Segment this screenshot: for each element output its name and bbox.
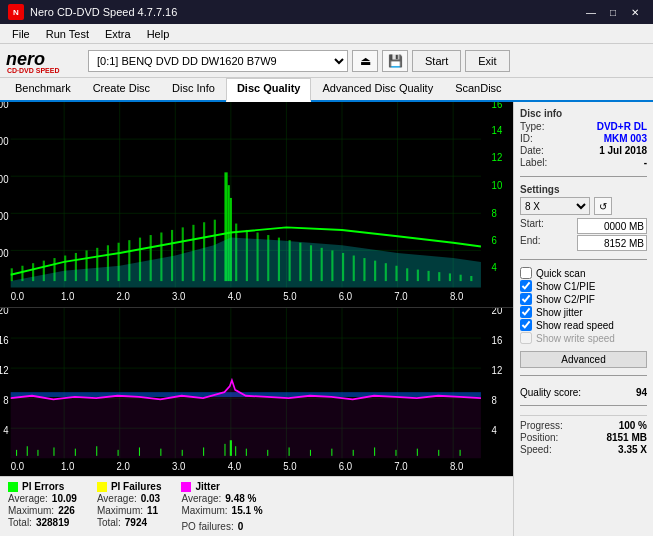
pi-errors-label: PI Errors bbox=[22, 481, 64, 492]
svg-text:1.0: 1.0 bbox=[61, 289, 74, 302]
refresh-button[interactable]: ↺ bbox=[594, 197, 612, 215]
svg-text:8: 8 bbox=[492, 394, 498, 406]
svg-text:2.0: 2.0 bbox=[116, 289, 129, 302]
pi-failures-avg-value: 0.03 bbox=[141, 493, 160, 504]
svg-text:nero: nero bbox=[6, 49, 45, 69]
quality-label: Quality score: bbox=[520, 387, 581, 398]
svg-text:12: 12 bbox=[492, 364, 503, 376]
svg-text:300: 300 bbox=[0, 172, 9, 185]
menu-file[interactable]: File bbox=[4, 26, 38, 42]
svg-text:14: 14 bbox=[492, 123, 503, 136]
quick-scan-checkbox[interactable] bbox=[520, 267, 532, 279]
save-button[interactable]: 💾 bbox=[382, 50, 408, 72]
top-chart: 500 400 300 200 100 16 14 12 10 8 6 4 bbox=[0, 102, 513, 308]
svg-text:7.0: 7.0 bbox=[394, 460, 408, 472]
disc-info-label: Disc info bbox=[520, 108, 647, 119]
jitter-avg-value: 9.48 % bbox=[225, 493, 256, 504]
type-value: DVD+R DL bbox=[597, 121, 647, 132]
id-value: MKM 003 bbox=[604, 133, 647, 144]
tab-benchmark[interactable]: Benchmark bbox=[4, 78, 82, 102]
svg-text:4.0: 4.0 bbox=[228, 460, 242, 472]
svg-text:4: 4 bbox=[492, 260, 497, 273]
pi-errors-max-label: Maximum: bbox=[8, 505, 54, 516]
show-c2-pif-label: Show C2/PIF bbox=[536, 294, 595, 305]
svg-text:12: 12 bbox=[492, 150, 503, 163]
svg-text:2.0: 2.0 bbox=[116, 460, 130, 472]
date-value: 1 Jul 2018 bbox=[599, 145, 647, 156]
pi-errors-total-value: 328819 bbox=[36, 517, 69, 528]
tab-advanced-disc-quality[interactable]: Advanced Disc Quality bbox=[311, 78, 444, 102]
po-failures-label: PO failures: bbox=[181, 521, 233, 532]
show-jitter-label: Show jitter bbox=[536, 307, 583, 318]
speed-select[interactable]: 8 X bbox=[520, 197, 590, 215]
pi-failures-color bbox=[97, 482, 107, 492]
advanced-button[interactable]: Advanced bbox=[520, 351, 647, 368]
start-field[interactable] bbox=[577, 218, 647, 234]
progress-label: Progress: bbox=[520, 420, 563, 431]
end-field[interactable] bbox=[577, 235, 647, 251]
svg-text:12: 12 bbox=[0, 364, 9, 376]
tab-disc-info[interactable]: Disc Info bbox=[161, 78, 226, 102]
menu-extra[interactable]: Extra bbox=[97, 26, 139, 42]
pi-errors-total-label: Total: bbox=[8, 517, 32, 528]
svg-text:1.0: 1.0 bbox=[61, 460, 75, 472]
tab-disc-quality[interactable]: Disc Quality bbox=[226, 78, 312, 102]
jitter-color bbox=[181, 482, 191, 492]
show-jitter-checkbox[interactable] bbox=[520, 306, 532, 318]
svg-text:8: 8 bbox=[3, 394, 9, 406]
svg-text:6: 6 bbox=[492, 233, 497, 246]
drive-select[interactable]: [0:1] BENQ DVD DD DW1620 B7W9 bbox=[88, 50, 348, 72]
svg-text:400: 400 bbox=[0, 135, 9, 148]
tab-scan-disc[interactable]: ScanDisc bbox=[444, 78, 512, 102]
menu-help[interactable]: Help bbox=[139, 26, 178, 42]
pi-failures-label: PI Failures bbox=[111, 481, 162, 492]
pi-failures-max-label: Maximum: bbox=[97, 505, 143, 516]
svg-text:3.0: 3.0 bbox=[172, 460, 186, 472]
menu-bar: File Run Test Extra Help bbox=[0, 24, 653, 44]
start-button[interactable]: Start bbox=[412, 50, 461, 72]
divider-1 bbox=[520, 176, 647, 177]
maximize-button[interactable]: □ bbox=[603, 5, 623, 19]
progress-section: Progress: 100 % Position: 8151 MB Speed:… bbox=[520, 415, 647, 456]
checkboxes-section: Quick scan Show C1/PIE Show C2/PIF Show … bbox=[520, 267, 647, 345]
svg-text:200: 200 bbox=[0, 209, 9, 222]
position-value: 8151 MB bbox=[606, 432, 647, 443]
id-label: ID: bbox=[520, 133, 533, 144]
show-c1-pie-checkbox[interactable] bbox=[520, 280, 532, 292]
pi-failures-stats: PI Failures Average: 0.03 Maximum: 11 To… bbox=[97, 481, 162, 532]
svg-text:16: 16 bbox=[0, 334, 9, 346]
tab-create-disc[interactable]: Create Disc bbox=[82, 78, 161, 102]
svg-text:0.0: 0.0 bbox=[11, 289, 24, 302]
divider-3 bbox=[520, 375, 647, 376]
pi-errors-avg-value: 10.09 bbox=[52, 493, 77, 504]
show-c2-pif-checkbox[interactable] bbox=[520, 293, 532, 305]
jitter-label: Jitter bbox=[195, 481, 219, 492]
svg-text:20: 20 bbox=[492, 308, 503, 316]
divider-2 bbox=[520, 259, 647, 260]
menu-run-test[interactable]: Run Test bbox=[38, 26, 97, 42]
show-write-speed-checkbox[interactable] bbox=[520, 332, 532, 344]
divider-4 bbox=[520, 405, 647, 406]
svg-text:16: 16 bbox=[492, 102, 503, 111]
svg-text:10: 10 bbox=[492, 178, 503, 191]
jitter-max-label: Maximum: bbox=[181, 505, 227, 516]
exit-button[interactable]: Exit bbox=[465, 50, 509, 72]
show-read-speed-checkbox[interactable] bbox=[520, 319, 532, 331]
svg-text:100: 100 bbox=[0, 246, 9, 259]
bottom-chart: 20 16 12 8 4 20 16 12 8 4 bbox=[0, 308, 513, 476]
show-write-speed-label: Show write speed bbox=[536, 333, 615, 344]
title-bar: N Nero CD-DVD Speed 4.7.7.16 — □ ✕ bbox=[0, 0, 653, 24]
end-label: End: bbox=[520, 235, 541, 251]
close-button[interactable]: ✕ bbox=[625, 5, 645, 19]
svg-text:8.0: 8.0 bbox=[450, 460, 464, 472]
stats-bar: PI Errors Average: 10.09 Maximum: 226 To… bbox=[0, 476, 513, 536]
po-failures-value: 0 bbox=[238, 521, 244, 532]
svg-text:7.0: 7.0 bbox=[394, 289, 407, 302]
minimize-button[interactable]: — bbox=[581, 5, 601, 19]
svg-text:4.0: 4.0 bbox=[228, 289, 241, 302]
show-c1-pie-label: Show C1/PIE bbox=[536, 281, 595, 292]
eject-button[interactable]: ⏏ bbox=[352, 50, 378, 72]
pi-errors-max-value: 226 bbox=[58, 505, 75, 516]
disc-label-value: - bbox=[644, 157, 647, 168]
pi-errors-avg-label: Average: bbox=[8, 493, 48, 504]
